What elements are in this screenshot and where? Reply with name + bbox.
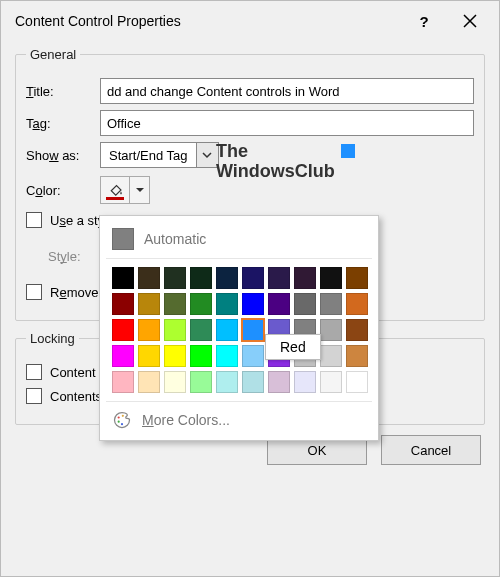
color-swatch[interactable] <box>138 267 160 289</box>
palette-icon <box>112 410 132 430</box>
color-swatch[interactable] <box>112 293 134 315</box>
color-swatch[interactable] <box>320 319 342 341</box>
cancel-button[interactable]: Cancel <box>381 435 481 465</box>
color-swatch[interactable] <box>346 319 368 341</box>
color-swatch[interactable] <box>138 345 160 367</box>
color-swatch[interactable] <box>216 293 238 315</box>
color-swatch[interactable] <box>294 293 316 315</box>
showas-combo[interactable]: Start/End Tag <box>100 142 219 168</box>
help-button[interactable]: ? <box>401 1 447 41</box>
color-swatch[interactable] <box>346 293 368 315</box>
color-swatch[interactable] <box>346 267 368 289</box>
title-label: Title: <box>26 84 90 99</box>
titlebar: Content Control Properties ? <box>1 1 499 41</box>
color-picker-popup: Automatic Red More Colors... <box>99 215 379 441</box>
color-swatch[interactable] <box>268 267 290 289</box>
showas-label: Show as: <box>26 148 90 163</box>
more-colors-label: More Colors... <box>142 412 230 428</box>
cannot-edit-checkbox[interactable] <box>26 388 42 404</box>
color-label: Color: <box>26 183 90 198</box>
color-swatch[interactable] <box>112 345 134 367</box>
title-row: Title: <box>26 78 474 104</box>
color-swatch[interactable] <box>242 345 264 367</box>
color-tooltip: Red <box>265 334 321 360</box>
more-colors-item[interactable]: More Colors... <box>106 401 372 434</box>
title-input[interactable] <box>100 78 474 104</box>
dialog-title: Content Control Properties <box>15 13 401 29</box>
general-legend: General <box>26 47 80 62</box>
cannot-delete-checkbox[interactable] <box>26 364 42 380</box>
showas-row: Show as: Start/End Tag TheWindowsClub <box>26 142 474 168</box>
color-split-button[interactable] <box>100 176 150 204</box>
automatic-swatch <box>112 228 134 250</box>
color-row: Color: <box>26 176 474 204</box>
color-swatch[interactable] <box>216 371 238 393</box>
content-control-properties-dialog: Content Control Properties ? General Tit… <box>0 0 500 577</box>
color-swatch[interactable] <box>112 267 134 289</box>
color-swatch[interactable] <box>320 371 342 393</box>
color-swatch[interactable] <box>216 267 238 289</box>
svg-point-1 <box>118 421 120 423</box>
color-swatch[interactable] <box>242 267 264 289</box>
automatic-color-item[interactable]: Automatic <box>106 222 372 259</box>
showas-value: Start/End Tag <box>101 148 196 163</box>
color-swatch[interactable] <box>320 267 342 289</box>
color-swatch[interactable] <box>346 371 368 393</box>
color-swatch[interactable] <box>138 371 160 393</box>
watermark-square-icon <box>341 144 355 158</box>
close-button[interactable] <box>447 1 493 41</box>
use-style-checkbox[interactable] <box>26 212 42 228</box>
svg-point-2 <box>121 423 123 425</box>
color-swatch[interactable] <box>164 371 186 393</box>
color-swatch[interactable] <box>164 319 186 341</box>
color-swatch[interactable] <box>268 371 290 393</box>
color-swatch[interactable] <box>294 267 316 289</box>
color-swatch[interactable] <box>320 345 342 367</box>
tag-row: Tag: <box>26 110 474 136</box>
color-swatch[interactable] <box>268 293 290 315</box>
close-icon <box>463 14 477 28</box>
paint-bucket-icon <box>101 177 129 203</box>
svg-point-3 <box>122 415 124 417</box>
automatic-label: Automatic <box>144 231 206 247</box>
color-swatch[interactable] <box>164 293 186 315</box>
color-swatch[interactable] <box>216 319 238 341</box>
color-dropdown-button[interactable] <box>129 177 149 203</box>
color-swatch[interactable] <box>190 345 212 367</box>
remove-control-checkbox[interactable] <box>26 284 42 300</box>
color-swatch[interactable] <box>346 345 368 367</box>
color-swatch[interactable] <box>112 371 134 393</box>
caret-down-icon <box>135 185 145 195</box>
color-swatch[interactable] <box>294 371 316 393</box>
color-swatch[interactable] <box>138 319 160 341</box>
color-swatch[interactable] <box>112 319 134 341</box>
color-swatch[interactable] <box>242 371 264 393</box>
color-swatch[interactable] <box>190 371 212 393</box>
color-swatch[interactable] <box>216 345 238 367</box>
tag-label: Tag: <box>26 116 90 131</box>
svg-point-0 <box>118 416 120 418</box>
showas-dropdown-button[interactable] <box>196 143 218 167</box>
color-swatch[interactable] <box>242 293 264 315</box>
tag-input[interactable] <box>100 110 474 136</box>
color-swatch[interactable] <box>190 319 212 341</box>
locking-legend: Locking <box>26 331 79 346</box>
color-swatch[interactable] <box>164 345 186 367</box>
chevron-down-icon <box>202 150 212 160</box>
color-grid: Red <box>106 259 372 401</box>
color-swatch[interactable] <box>190 267 212 289</box>
color-swatch[interactable] <box>138 293 160 315</box>
color-swatch[interactable] <box>190 293 212 315</box>
color-swatch[interactable] <box>164 267 186 289</box>
color-swatch[interactable] <box>320 293 342 315</box>
color-swatch[interactable]: Red <box>242 319 264 341</box>
